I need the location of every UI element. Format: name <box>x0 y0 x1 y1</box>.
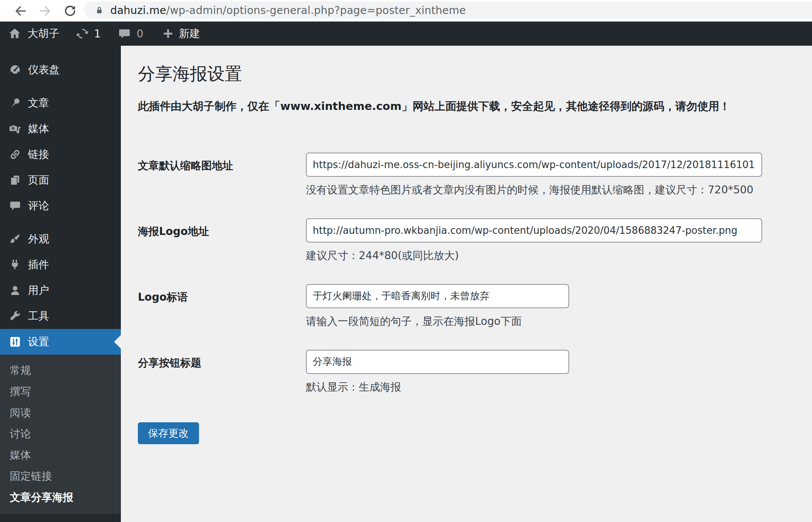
form-row-thumbnail-url: 文章默认缩略图地址 没有设置文章特色图片或者文章内没有图片的时候，海报使用默认缩… <box>138 153 797 197</box>
adminbar-site-name: 大胡子 <box>28 26 59 41</box>
back-icon <box>14 4 28 18</box>
settings-submenu: 常规 撰写 阅读 讨论 媒体 固定链接 文章分享海报 <box>0 355 121 514</box>
save-changes-button[interactable]: 保存更改 <box>138 422 199 444</box>
sidebar-item-label: 工具 <box>28 309 49 323</box>
sidebar-item-label: 评论 <box>28 199 49 213</box>
sidebar-item-label: 页面 <box>28 173 49 187</box>
sidebar-item-tools[interactable]: 工具 <box>0 303 121 329</box>
sidebar-item-label: 仪表盘 <box>28 63 60 77</box>
sidebar-item-label: 媒体 <box>28 122 49 136</box>
browser-forward-button[interactable] <box>38 4 52 18</box>
adminbar-new[interactable]: 新建 <box>162 22 200 46</box>
submenu-item-share-poster[interactable]: 文章分享海报 <box>0 487 121 508</box>
form-row-logo-slogan: Logo标语 请输入一段简短的句子，显示在海报Logo下面 <box>138 284 797 329</box>
screen: dahuzi.me/wp-admin/options-general.php?p… <box>0 0 812 522</box>
sidebar-item-label: 用户 <box>28 283 49 298</box>
sidebar-item-label: 设置 <box>28 335 49 349</box>
wp-admin-bar: 大胡子 1 0 新建 <box>0 22 812 46</box>
users-icon <box>8 284 22 297</box>
url-host: dahuzi.me <box>110 4 166 17</box>
sidebar-item-links[interactable]: 链接 <box>0 142 121 167</box>
logo-url-input[interactable] <box>306 218 762 242</box>
sidebar-item-label: 外观 <box>28 232 49 246</box>
page-title: 分享海报设置 <box>138 63 797 84</box>
browser-reload-button[interactable] <box>63 4 77 18</box>
field-label-share-button-title: 分享按钮标题 <box>138 350 306 394</box>
sidebar-item-label: 文章 <box>28 96 49 110</box>
field-label-thumbnail-url: 文章默认缩略图地址 <box>138 153 306 197</box>
lock-icon <box>94 5 104 15</box>
plus-icon <box>162 28 174 39</box>
field-help-logo-slogan: 请输入一段简短的句子，显示在海报Logo下面 <box>306 314 797 329</box>
comments-bubble-icon <box>8 199 22 213</box>
appearance-icon <box>8 232 22 246</box>
dashboard-icon <box>8 63 22 77</box>
browser-toolbar: dahuzi.me/wp-admin/options-general.php?p… <box>0 0 812 22</box>
field-help-share-button-title: 默认显示：生成海报 <box>306 380 797 394</box>
updates-icon <box>76 27 89 40</box>
adminbar-updates[interactable]: 1 <box>76 22 101 46</box>
settings-icon <box>8 335 22 349</box>
url-path: /wp-admin/options-general.php?page=poste… <box>166 4 466 17</box>
pages-icon <box>8 173 22 187</box>
adminbar-site-menu[interactable]: 大胡子 <box>8 22 59 46</box>
browser-back-button[interactable] <box>14 4 28 18</box>
submenu-item-permalinks[interactable]: 固定链接 <box>0 466 121 487</box>
field-help-logo-url: 建议尺寸：244*80(或同比放大) <box>306 249 797 263</box>
form-row-logo-url: 海报Logo地址 建议尺寸：244*80(或同比放大) <box>138 218 797 263</box>
submenu-item-reading[interactable]: 阅读 <box>0 402 121 423</box>
sidebar-item-settings[interactable]: 设置 <box>0 329 121 355</box>
home-icon <box>8 27 21 40</box>
sidebar-item-media[interactable]: 媒体 <box>0 116 121 142</box>
thumbnail-url-input[interactable] <box>306 153 762 177</box>
link-icon <box>8 148 22 161</box>
admin-menu: 仪表盘 文章 媒体 链接 <box>0 46 121 514</box>
admin-sidebar: 仪表盘 文章 媒体 链接 <box>0 46 121 522</box>
sidebar-item-users[interactable]: 用户 <box>0 278 121 303</box>
submenu-item-general[interactable]: 常规 <box>0 360 121 381</box>
sidebar-item-plugins[interactable]: 插件 <box>0 252 121 278</box>
sidebar-item-label: 插件 <box>28 258 49 272</box>
comments-icon <box>118 28 131 40</box>
media-icon <box>8 122 22 136</box>
plugins-icon <box>8 258 22 272</box>
sidebar-item-posts[interactable]: 文章 <box>0 90 121 116</box>
tools-icon <box>8 309 22 323</box>
adminbar-comments-count: 0 <box>137 28 144 40</box>
forward-icon <box>38 4 52 18</box>
main-content: 分享海报设置 此插件由大胡子制作，仅在「www.xintheme.com」网站上… <box>121 46 812 522</box>
form-row-share-button-title: 分享按钮标题 默认显示：生成海报 <box>138 350 797 394</box>
pin-icon <box>8 96 22 110</box>
sidebar-item-pages[interactable]: 页面 <box>0 167 121 193</box>
logo-slogan-input[interactable] <box>306 284 569 308</box>
reload-icon <box>63 4 77 18</box>
sidebar-item-label: 链接 <box>28 147 49 162</box>
submenu-item-writing[interactable]: 撰写 <box>0 381 121 402</box>
plugin-notice: 此插件由大胡子制作，仅在「www.xintheme.com」网站上面提供下载，安… <box>138 99 797 114</box>
adminbar-updates-count: 1 <box>94 28 101 40</box>
share-button-title-input[interactable] <box>306 350 569 374</box>
submenu-item-discussion[interactable]: 讨论 <box>0 423 121 445</box>
sidebar-item-dashboard[interactable]: 仪表盘 <box>0 57 121 83</box>
submenu-item-media[interactable]: 媒体 <box>0 445 121 466</box>
adminbar-comments[interactable]: 0 <box>118 22 144 46</box>
field-label-logo-slogan: Logo标语 <box>138 284 306 329</box>
url-text: dahuzi.me/wp-admin/options-general.php?p… <box>110 4 466 17</box>
sidebar-item-comments[interactable]: 评论 <box>0 193 121 219</box>
field-help-thumbnail-url: 没有设置文章特色图片或者文章内没有图片的时候，海报使用默认缩略图，建议尺寸：72… <box>306 183 797 197</box>
field-label-logo-url: 海报Logo地址 <box>138 218 306 263</box>
sidebar-item-appearance[interactable]: 外观 <box>0 226 121 252</box>
address-bar[interactable]: dahuzi.me/wp-admin/options-general.php?p… <box>84 2 812 19</box>
adminbar-new-label: 新建 <box>179 26 200 41</box>
